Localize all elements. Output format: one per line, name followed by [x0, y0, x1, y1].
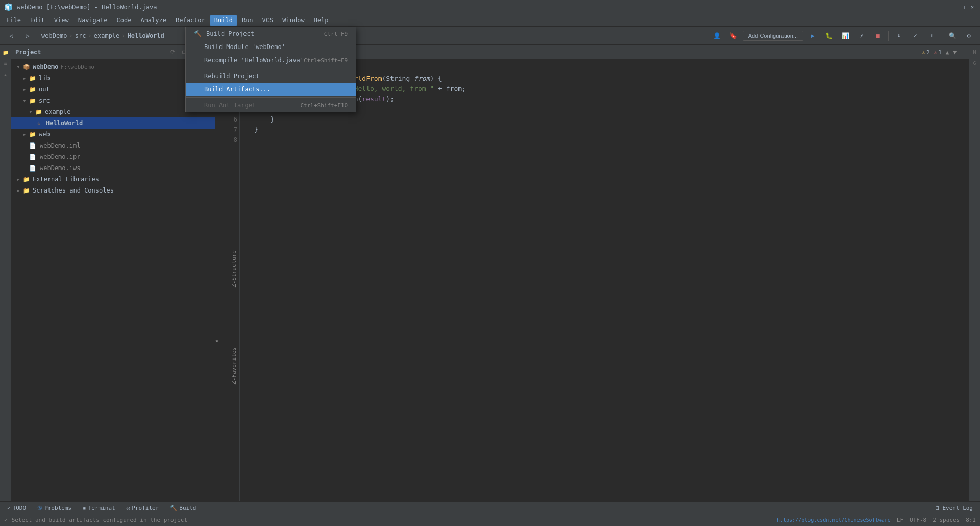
stop-button[interactable]: ■	[871, 29, 885, 43]
menu-view[interactable]: View	[50, 15, 73, 26]
dropdown-build-module[interactable]: Build Module 'webDemo'	[186, 40, 356, 54]
menu-navigate[interactable]: Navigate	[74, 15, 112, 26]
status-spaces[interactable]: 2 spaces	[933, 517, 960, 523]
bookmark-button[interactable]: 🔖	[726, 29, 741, 43]
menu-edit[interactable]: Edit	[26, 15, 49, 26]
tree-item-scratches[interactable]: ▶ 📁 Scratches and Consoles	[11, 185, 215, 196]
toolbar-separator-1	[38, 31, 38, 41]
vcs-commit-button[interactable]: ✓	[908, 29, 922, 43]
code-editor: HelloWorld.java ✕ 1 2 3 4 5 6 7 8 ◆	[215, 45, 969, 514]
status-link[interactable]: https://blog.csdn.net/ChineseSoftware	[777, 517, 891, 523]
maven-tool-button[interactable]: M	[970, 47, 980, 57]
title-bar: 🧊 webDemo [F:\webDemo] - HelloWorld.java…	[0, 0, 980, 14]
build-project-label: Build Project	[206, 30, 254, 37]
tree-item-web[interactable]: ▶ 📁 web	[11, 129, 215, 140]
dropdown-build-project[interactable]: 🔨 Build Project Ctrl+F9	[186, 27, 356, 40]
event-log-tab[interactable]: 🗒 Event Log	[929, 503, 978, 514]
close-button[interactable]: ✕	[969, 4, 976, 11]
sync-panel-icon[interactable]: ⟳	[168, 47, 177, 57]
menu-vcs[interactable]: VCS	[258, 15, 278, 26]
project-panel-title: Project	[15, 49, 41, 56]
tree-item-out[interactable]: ▶ 📁 out	[11, 84, 215, 95]
dropdown-rebuild[interactable]: Rebuild Project	[186, 69, 356, 83]
gutter-line-8	[240, 135, 248, 145]
breadcrumb-example[interactable]: example	[94, 32, 120, 39]
minimize-button[interactable]: ─	[950, 4, 958, 11]
tree-item-webdemo-iml[interactable]: 📄 webDemo.iml	[11, 140, 215, 151]
breadcrumb-sep2: ›	[88, 32, 92, 39]
status-position: 8:1	[966, 517, 976, 523]
breadcrumb-src[interactable]: src	[75, 32, 86, 39]
scroll-down-icon[interactable]: ▼	[953, 49, 957, 56]
tree-item-src[interactable]: ▼ 📁 src	[11, 95, 215, 106]
run-ant-shortcut: Ctrl+Shift+F10	[300, 102, 348, 109]
menu-build[interactable]: Build	[210, 15, 237, 26]
menu-run[interactable]: Run	[238, 15, 257, 26]
dropdown-build-artifacts[interactable]: Build Artifacts...	[186, 83, 356, 96]
status-encoding[interactable]: UTF-8	[910, 517, 926, 523]
tree-item-lib[interactable]: ▶ 📁 lib	[11, 73, 215, 84]
menu-code[interactable]: Code	[113, 15, 136, 26]
bottom-tab-terminal[interactable]: ▣ Terminal	[78, 503, 120, 514]
gutter-line-7	[240, 125, 248, 135]
add-configuration-button[interactable]: Add Configuration...	[743, 31, 803, 41]
dropdown-recompile[interactable]: Recompile 'HelloWorld.java' Ctrl+Shift+F…	[186, 54, 356, 67]
bottom-tab-problems[interactable]: ⑥ Problems	[32, 503, 77, 514]
tree-arrow-webdemo: ▼	[15, 64, 21, 70]
build-module-label: Build Module 'webDemo'	[204, 43, 285, 51]
tree-label-web: web	[39, 131, 50, 138]
settings-button[interactable]: ⚙	[962, 29, 976, 43]
search-everywhere-button[interactable]: 🔍	[945, 29, 960, 43]
bottom-tab-profiler[interactable]: ◎ Profiler	[121, 503, 164, 514]
menu-file[interactable]: File	[2, 15, 25, 26]
menu-window[interactable]: Window	[278, 15, 308, 26]
menu-help[interactable]: Help	[310, 15, 333, 26]
build-artifacts-label: Build Artifacts...	[204, 86, 271, 93]
tree-arrow-src: ▼	[21, 98, 28, 104]
scroll-up-icon[interactable]: ▲	[946, 49, 949, 56]
tree-item-example[interactable]: ▼ 📁 example	[11, 106, 215, 117]
breadcrumb-project[interactable]: webDemo	[41, 32, 67, 39]
profiler-icon: ◎	[127, 505, 130, 511]
main-layout: 📁 ≡ ★ 🔔 Project ⟳ ⊟ ⚙ ✕ ▼ 📦 webDemo F:\w…	[0, 45, 980, 514]
tree-item-helloworld[interactable]: ☕ HelloWorld	[11, 117, 215, 129]
toolbar-right: 👤 🔖 Add Configuration... ▶ 🐛 📊 ⚡ ■ ⬇ ✓ ⬆…	[710, 29, 976, 43]
gradle-tool-button[interactable]: G	[970, 58, 980, 68]
vcs-push-button[interactable]: ⬆	[924, 29, 939, 43]
tree-item-webdemo-ipr[interactable]: 📄 webDemo.ipr	[11, 151, 215, 162]
menu-refactor[interactable]: Refactor	[172, 15, 209, 26]
run-button[interactable]: ▶	[805, 29, 820, 43]
project-tool-button[interactable]: 📁	[1, 47, 11, 57]
breadcrumb-file[interactable]: HelloWorld	[128, 32, 164, 39]
tree-item-webdemo[interactable]: ▼ 📦 webDemo F:\webDemo	[11, 61, 215, 73]
menu-analyze[interactable]: Analyze	[136, 15, 170, 26]
code-content[interactable]: class HelloWorld { public String helloWo…	[248, 59, 969, 514]
tree-item-webdemo-iws[interactable]: 📄 webDemo.iws	[11, 162, 215, 174]
structure-tool-button[interactable]: ≡	[1, 58, 11, 68]
status-bar: ✓ Select and build artifacts configured …	[0, 514, 980, 526]
bottom-tab-todo[interactable]: ✓ TODO	[2, 503, 31, 514]
tree-item-external-libs[interactable]: ▶ 📁 External Libraries	[11, 174, 215, 185]
dropdown-separator-2	[186, 97, 356, 98]
helloworld-java-icon: ☕	[35, 119, 43, 127]
profiler-run-button[interactable]: ⚡	[854, 29, 869, 43]
src-folder-icon: 📁	[29, 97, 37, 105]
bottom-tab-build[interactable]: 🔨 Build	[165, 503, 201, 514]
warning-count: 2	[926, 49, 930, 56]
status-line-ending[interactable]: LF	[897, 517, 903, 523]
maximize-button[interactable]: □	[960, 4, 967, 11]
error-badge: ⚠ 1	[934, 49, 942, 56]
bookmarks-tool-button[interactable]: ★	[1, 69, 11, 80]
back-button[interactable]: ◁	[4, 29, 18, 43]
forward-button[interactable]: ▷	[20, 29, 35, 43]
lib-folder-icon: 📁	[29, 74, 37, 82]
profile-button[interactable]: 👤	[710, 29, 724, 43]
ipr-icon: 📄	[29, 153, 37, 161]
todo-check-icon: ✓	[7, 505, 11, 511]
tree-arrow-scratches: ▶	[15, 187, 21, 194]
debug-button[interactable]: 🐛	[822, 29, 836, 43]
tree-label-webdemo-path: F:\webDemo	[61, 64, 94, 70]
vcs-update-button[interactable]: ⬇	[892, 29, 906, 43]
menu-bar: File Edit View Navigate Code Analyze Ref…	[0, 14, 980, 27]
coverage-button[interactable]: 📊	[838, 29, 852, 43]
